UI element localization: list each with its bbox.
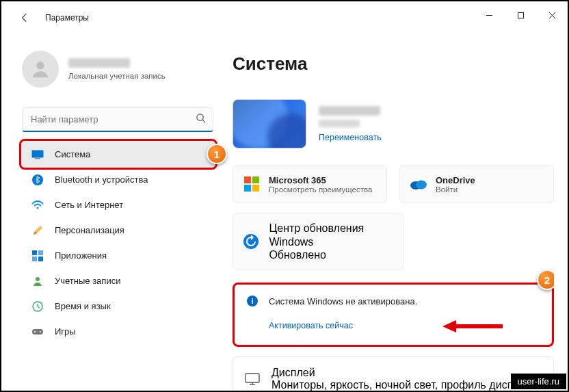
device-wallpaper-thumb [233, 99, 306, 148]
sidebar-item-label: Система [55, 149, 90, 159]
svg-point-4 [36, 62, 44, 69]
sidebar-item-system[interactable]: Система 1 [22, 142, 215, 167]
wifi-icon [31, 199, 44, 211]
svg-rect-20 [244, 177, 251, 183]
winupdate-card[interactable]: Центр обновления Windows Обновлено [233, 213, 403, 270]
winupdate-title: Центр обновления Windows [269, 222, 393, 249]
gamepad-icon [31, 326, 44, 338]
activation-message: Система Windows не активирована. [269, 296, 417, 306]
display-title: Дисплей [272, 367, 531, 379]
sidebar-item-label: Bluetooth и устройства [55, 174, 148, 185]
search-box[interactable] [22, 107, 213, 132]
watermark: user-life.ru [511, 374, 566, 389]
globe-clock-icon [31, 300, 44, 313]
sidebar-item-bluetooth[interactable]: Bluetooth и устройства [22, 167, 215, 192]
back-button[interactable] [18, 11, 31, 25]
system-icon [31, 148, 44, 161]
activation-panel: 2 i Система Windows не активирована. Акт… [233, 283, 554, 347]
onedrive-card[interactable]: OneDrive Войти [399, 165, 554, 203]
svg-rect-13 [32, 257, 37, 261]
onedrive-icon [410, 175, 427, 193]
svg-rect-29 [246, 374, 259, 382]
annotation-arrow [442, 319, 504, 337]
activate-now-link[interactable]: Активировать сейчас [269, 321, 353, 330]
svg-rect-17 [32, 329, 43, 335]
svg-rect-23 [252, 185, 259, 192]
display-sub: Мониторы, яркость, ночной свет, профиль … [272, 379, 531, 391]
sidebar-item-label: Учетные записи [55, 276, 120, 286]
sidebar-item-time-language[interactable]: Время и язык [22, 293, 215, 319]
user-header: Локальная учетная запись [22, 51, 207, 88]
m365-sub: Просмотреть преимущества [269, 185, 372, 194]
sidebar-item-label: Приложения [55, 250, 107, 261]
svg-point-5 [197, 114, 203, 120]
monitor-icon [244, 371, 261, 387]
annotation-badge-2: 2 [537, 270, 554, 290]
sidebar-item-label: Время и язык [55, 301, 111, 311]
user-name-blurred [68, 58, 130, 68]
update-icon [243, 232, 259, 251]
sidebar-item-accounts[interactable]: Учетные записи [22, 268, 215, 293]
winupdate-sub: Обновлено [269, 249, 393, 261]
main-content: Система Переименовать Microsoft 365 Прос… [233, 53, 554, 391]
device-card: Переименовать [233, 99, 554, 148]
microsoft-icon [243, 175, 261, 193]
svg-point-18 [34, 331, 36, 332]
brush-icon [31, 224, 44, 237]
search-icon [196, 113, 206, 126]
bluetooth-icon [31, 174, 44, 186]
apps-icon [31, 250, 44, 262]
svg-rect-7 [32, 150, 44, 157]
display-settings-row[interactable]: Дисплей Мониторы, яркость, ночной свет, … [233, 356, 554, 391]
window-controls [473, 1, 568, 29]
rename-link[interactable]: Переименовать [319, 133, 382, 142]
page-title: Система [233, 53, 554, 75]
svg-marker-28 [442, 320, 456, 332]
info-icon: i [247, 296, 258, 306]
svg-rect-12 [38, 250, 43, 255]
svg-rect-21 [252, 177, 259, 183]
svg-point-10 [37, 207, 39, 209]
maximize-button[interactable] [505, 1, 536, 29]
onedrive-signin-link[interactable]: Войти [436, 185, 475, 194]
annotation-badge-1: 1 [207, 144, 227, 164]
person-icon [31, 275, 44, 287]
svg-point-25 [416, 181, 427, 190]
sidebar-nav: Система 1 Bluetooth и устройства Сеть и … [22, 142, 215, 344]
sidebar-item-personalization[interactable]: Персонализация [22, 218, 215, 243]
svg-rect-8 [35, 158, 40, 159]
svg-line-6 [202, 120, 205, 122]
svg-rect-14 [38, 257, 43, 261]
close-button[interactable] [536, 1, 568, 29]
m365-card[interactable]: Microsoft 365 Просмотреть преимущества [233, 165, 387, 203]
device-name-blurred [319, 106, 380, 116]
annotation-highlight [19, 139, 217, 170]
m365-title: Microsoft 365 [269, 175, 372, 185]
minimize-button[interactable] [473, 1, 505, 29]
account-type-label: Локальная учетная запись [68, 72, 166, 80]
window-title: Параметры [45, 13, 89, 23]
avatar [22, 51, 59, 88]
sidebar-item-network[interactable]: Сеть и Интернет [22, 192, 215, 218]
sidebar-item-label: Игры [55, 326, 76, 337]
search-input[interactable] [31, 114, 196, 125]
svg-point-19 [40, 331, 41, 332]
sidebar-item-gaming[interactable]: Игры [22, 319, 215, 344]
svg-rect-11 [32, 250, 37, 255]
svg-rect-1 [518, 12, 523, 18]
device-model-blurred [319, 120, 360, 127]
sidebar-item-label: Персонализация [55, 225, 124, 235]
sidebar-item-apps[interactable]: Приложения [22, 243, 215, 268]
svg-rect-22 [244, 185, 251, 192]
onedrive-title: OneDrive [436, 175, 475, 185]
sidebar-item-label: Сеть и Интернет [55, 200, 123, 210]
svg-point-15 [36, 277, 40, 281]
